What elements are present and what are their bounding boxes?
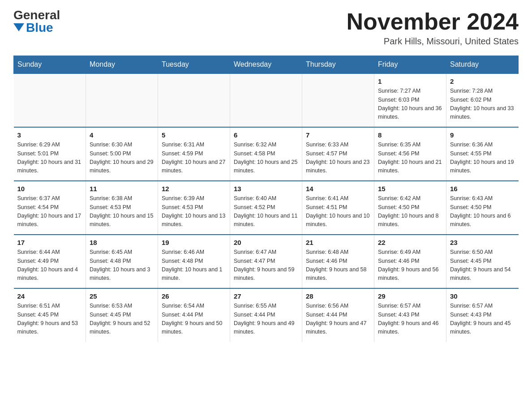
day-number: 11 bbox=[90, 185, 154, 193]
sun-info: Sunrise: 6:48 AMSunset: 4:46 PMDaylight:… bbox=[306, 248, 370, 283]
day-of-week-header: Sunday bbox=[14, 56, 86, 74]
day-number: 10 bbox=[17, 185, 82, 193]
calendar-cell: 27Sunrise: 6:55 AMSunset: 4:44 PMDayligh… bbox=[230, 288, 302, 342]
calendar-cell: 8Sunrise: 6:35 AMSunset: 4:56 PMDaylight… bbox=[374, 127, 446, 181]
calendar-cell: 1Sunrise: 7:27 AMSunset: 6:03 PMDaylight… bbox=[374, 73, 446, 127]
calendar-cell: 24Sunrise: 6:51 AMSunset: 4:45 PMDayligh… bbox=[14, 288, 86, 342]
calendar-cell: 26Sunrise: 6:54 AMSunset: 4:44 PMDayligh… bbox=[158, 288, 230, 342]
calendar-cell: 12Sunrise: 6:39 AMSunset: 4:53 PMDayligh… bbox=[158, 181, 230, 235]
calendar-cell: 3Sunrise: 6:29 AMSunset: 5:01 PMDaylight… bbox=[14, 127, 86, 181]
sun-info: Sunrise: 6:43 AMSunset: 4:50 PMDaylight:… bbox=[450, 194, 515, 229]
sun-info: Sunrise: 6:44 AMSunset: 4:49 PMDaylight:… bbox=[17, 248, 82, 283]
calendar-cell: 16Sunrise: 6:43 AMSunset: 4:50 PMDayligh… bbox=[446, 181, 519, 235]
day-number: 19 bbox=[162, 239, 226, 246]
sun-info: Sunrise: 6:56 AMSunset: 4:44 PMDaylight:… bbox=[306, 302, 370, 337]
day-number: 24 bbox=[17, 292, 82, 300]
sun-info: Sunrise: 6:53 AMSunset: 4:45 PMDaylight:… bbox=[90, 302, 154, 337]
day-number: 20 bbox=[234, 239, 298, 246]
calendar-cell bbox=[158, 73, 230, 127]
day-number: 16 bbox=[450, 185, 515, 193]
logo: General Blue bbox=[13, 9, 60, 34]
calendar-cell: 29Sunrise: 6:57 AMSunset: 4:43 PMDayligh… bbox=[374, 288, 446, 342]
calendar-cell: 19Sunrise: 6:46 AMSunset: 4:48 PMDayligh… bbox=[158, 235, 230, 288]
day-number: 23 bbox=[450, 239, 515, 246]
calendar-cell: 20Sunrise: 6:47 AMSunset: 4:47 PMDayligh… bbox=[230, 235, 302, 288]
day-number: 9 bbox=[450, 131, 515, 139]
sun-info: Sunrise: 6:46 AMSunset: 4:48 PMDaylight:… bbox=[162, 248, 226, 283]
calendar-week-row: 1Sunrise: 7:27 AMSunset: 6:03 PMDaylight… bbox=[14, 73, 519, 127]
day-of-week-header: Tuesday bbox=[158, 56, 230, 74]
sun-info: Sunrise: 6:50 AMSunset: 4:45 PMDaylight:… bbox=[450, 248, 515, 283]
sun-info: Sunrise: 6:41 AMSunset: 4:51 PMDaylight:… bbox=[306, 194, 370, 229]
calendar-cell: 6Sunrise: 6:32 AMSunset: 4:58 PMDaylight… bbox=[230, 127, 302, 181]
sun-info: Sunrise: 6:57 AMSunset: 4:43 PMDaylight:… bbox=[450, 302, 515, 337]
calendar-cell: 9Sunrise: 6:36 AMSunset: 4:55 PMDaylight… bbox=[446, 127, 519, 181]
day-number: 6 bbox=[234, 131, 298, 139]
logo-triangle-icon bbox=[13, 23, 24, 31]
day-number: 12 bbox=[162, 185, 226, 193]
day-number: 28 bbox=[306, 292, 370, 300]
calendar-cell: 25Sunrise: 6:53 AMSunset: 4:45 PMDayligh… bbox=[86, 288, 158, 342]
day-number: 21 bbox=[306, 239, 370, 246]
day-of-week-header: Saturday bbox=[446, 56, 519, 74]
day-number: 30 bbox=[450, 292, 515, 300]
sun-info: Sunrise: 6:36 AMSunset: 4:55 PMDaylight:… bbox=[450, 141, 515, 176]
day-number: 26 bbox=[162, 292, 226, 300]
day-number: 13 bbox=[234, 185, 298, 193]
page-header: General Blue November 2024 Park Hills, M… bbox=[13, 9, 519, 47]
calendar-week-row: 10Sunrise: 6:37 AMSunset: 4:54 PMDayligh… bbox=[14, 181, 519, 235]
day-number: 18 bbox=[90, 239, 154, 246]
calendar-cell bbox=[230, 73, 302, 127]
sun-info: Sunrise: 6:39 AMSunset: 4:53 PMDaylight:… bbox=[162, 194, 226, 229]
calendar-cell: 14Sunrise: 6:41 AMSunset: 4:51 PMDayligh… bbox=[302, 181, 374, 235]
sun-info: Sunrise: 6:51 AMSunset: 4:45 PMDaylight:… bbox=[17, 302, 82, 337]
day-of-week-header: Friday bbox=[374, 56, 446, 74]
sun-info: Sunrise: 6:57 AMSunset: 4:43 PMDaylight:… bbox=[378, 302, 442, 337]
sun-info: Sunrise: 6:30 AMSunset: 5:00 PMDaylight:… bbox=[90, 141, 154, 176]
sun-info: Sunrise: 6:42 AMSunset: 4:50 PMDaylight:… bbox=[378, 194, 442, 229]
sun-info: Sunrise: 7:27 AMSunset: 6:03 PMDaylight:… bbox=[378, 87, 442, 122]
day-number: 4 bbox=[90, 131, 154, 139]
sun-info: Sunrise: 6:54 AMSunset: 4:44 PMDaylight:… bbox=[162, 302, 226, 337]
sun-info: Sunrise: 6:29 AMSunset: 5:01 PMDaylight:… bbox=[17, 141, 82, 176]
day-of-week-header: Wednesday bbox=[230, 56, 302, 74]
calendar-cell bbox=[86, 73, 158, 127]
logo-blue-text: Blue bbox=[13, 21, 53, 34]
day-number: 2 bbox=[450, 77, 515, 85]
calendar-cell: 10Sunrise: 6:37 AMSunset: 4:54 PMDayligh… bbox=[14, 181, 86, 235]
sun-info: Sunrise: 6:49 AMSunset: 4:46 PMDaylight:… bbox=[378, 248, 442, 283]
calendar-cell: 11Sunrise: 6:38 AMSunset: 4:53 PMDayligh… bbox=[86, 181, 158, 235]
calendar-week-row: 17Sunrise: 6:44 AMSunset: 4:49 PMDayligh… bbox=[14, 235, 519, 288]
day-number: 5 bbox=[162, 131, 226, 139]
month-title: November 2024 bbox=[347, 9, 519, 34]
calendar-header-row: SundayMondayTuesdayWednesdayThursdayFrid… bbox=[14, 56, 519, 74]
location-subtitle: Park Hills, Missouri, United States bbox=[347, 36, 519, 47]
sun-info: Sunrise: 6:32 AMSunset: 4:58 PMDaylight:… bbox=[234, 141, 298, 176]
sun-info: Sunrise: 7:28 AMSunset: 6:02 PMDaylight:… bbox=[450, 87, 515, 122]
calendar-cell: 17Sunrise: 6:44 AMSunset: 4:49 PMDayligh… bbox=[14, 235, 86, 288]
calendar-cell: 22Sunrise: 6:49 AMSunset: 4:46 PMDayligh… bbox=[374, 235, 446, 288]
sun-info: Sunrise: 6:45 AMSunset: 4:48 PMDaylight:… bbox=[90, 248, 154, 283]
calendar-cell bbox=[14, 73, 86, 127]
sun-info: Sunrise: 6:31 AMSunset: 4:59 PMDaylight:… bbox=[162, 141, 226, 176]
calendar-table: SundayMondayTuesdayWednesdayThursdayFrid… bbox=[13, 56, 519, 342]
calendar-cell: 30Sunrise: 6:57 AMSunset: 4:43 PMDayligh… bbox=[446, 288, 519, 342]
calendar-cell bbox=[302, 73, 374, 127]
sun-info: Sunrise: 6:35 AMSunset: 4:56 PMDaylight:… bbox=[378, 141, 442, 176]
day-number: 22 bbox=[378, 239, 442, 246]
day-number: 14 bbox=[306, 185, 370, 193]
sun-info: Sunrise: 6:55 AMSunset: 4:44 PMDaylight:… bbox=[234, 302, 298, 337]
calendar-cell: 21Sunrise: 6:48 AMSunset: 4:46 PMDayligh… bbox=[302, 235, 374, 288]
sun-info: Sunrise: 6:38 AMSunset: 4:53 PMDaylight:… bbox=[90, 194, 154, 229]
calendar-cell: 15Sunrise: 6:42 AMSunset: 4:50 PMDayligh… bbox=[374, 181, 446, 235]
day-of-week-header: Monday bbox=[86, 56, 158, 74]
day-number: 25 bbox=[90, 292, 154, 300]
calendar-cell: 4Sunrise: 6:30 AMSunset: 5:00 PMDaylight… bbox=[86, 127, 158, 181]
day-number: 1 bbox=[378, 77, 442, 85]
calendar-cell: 28Sunrise: 6:56 AMSunset: 4:44 PMDayligh… bbox=[302, 288, 374, 342]
calendar-cell: 2Sunrise: 7:28 AMSunset: 6:02 PMDaylight… bbox=[446, 73, 519, 127]
sun-info: Sunrise: 6:47 AMSunset: 4:47 PMDaylight:… bbox=[234, 248, 298, 283]
day-number: 17 bbox=[17, 239, 82, 246]
calendar-cell: 18Sunrise: 6:45 AMSunset: 4:48 PMDayligh… bbox=[86, 235, 158, 288]
title-block: November 2024 Park Hills, Missouri, Unit… bbox=[347, 9, 519, 47]
